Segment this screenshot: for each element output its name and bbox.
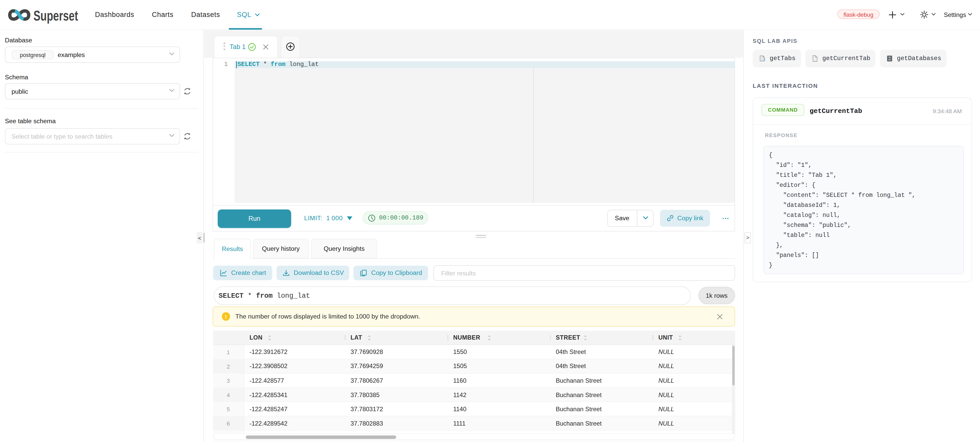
svg-text:Superset: Superset [33, 8, 78, 24]
